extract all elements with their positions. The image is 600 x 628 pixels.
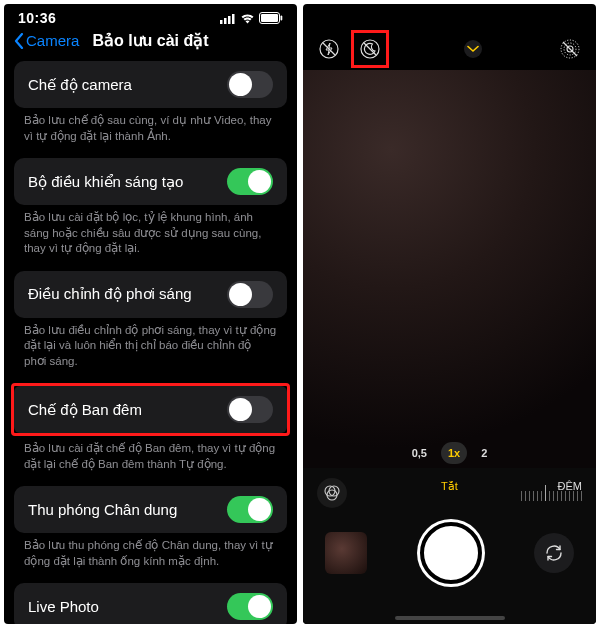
- toggle-night-mode[interactable]: [227, 396, 273, 423]
- svg-line-14: [563, 42, 577, 56]
- camera-bottom-tray: Tắt ĐÊM: [303, 468, 596, 624]
- setting-camera-mode[interactable]: Chế độ camera: [14, 61, 287, 108]
- back-label: Camera: [26, 32, 79, 49]
- row-desc: Bảo lưu thu phóng chế độ Chân dung, thay…: [4, 533, 297, 583]
- night-mode-button[interactable]: [356, 35, 384, 63]
- row-label: Chế độ camera: [28, 76, 132, 94]
- flash-off-icon: [319, 39, 339, 59]
- signal-icon: [220, 13, 236, 24]
- camera-controls: [303, 510, 596, 596]
- night-mode-off-icon: [360, 39, 380, 59]
- filter-icon: [323, 484, 341, 502]
- setting-night-mode[interactable]: Chế độ Ban đêm: [14, 386, 287, 433]
- svg-rect-1: [224, 18, 227, 24]
- camera-flip-icon: [543, 542, 565, 564]
- row-desc: Bảo lưu cài đặt chế độ Ban đêm, thay vì …: [4, 436, 297, 486]
- battery-icon: [259, 12, 283, 24]
- svg-rect-2: [228, 16, 231, 24]
- toggle-portrait-zoom[interactable]: [227, 496, 273, 523]
- setting-live-photo[interactable]: Live Photo: [14, 583, 287, 624]
- flash-button[interactable]: [315, 35, 343, 63]
- shutter-button[interactable]: [420, 522, 482, 584]
- setting-portrait-zoom[interactable]: Thu phóng Chân dung: [14, 486, 287, 533]
- zoom-level[interactable]: 0,5: [412, 447, 427, 459]
- zoom-controls: 0,5 1x 2: [303, 442, 596, 464]
- svg-rect-3: [232, 14, 235, 24]
- toggle-camera-mode[interactable]: [227, 71, 273, 98]
- svg-rect-0: [220, 20, 223, 24]
- zoom-level[interactable]: 2: [481, 447, 487, 459]
- setting-creative-controls[interactable]: Bộ điều khiển sáng tạo: [14, 158, 287, 205]
- highlight-night-mode: Chế độ Ban đêm: [11, 383, 290, 436]
- toggle-live-photo[interactable]: [227, 593, 273, 620]
- mode-label-center: Tắt: [441, 480, 458, 493]
- live-photo-button[interactable]: [556, 35, 584, 63]
- row-label: Thu phóng Chân dung: [28, 501, 177, 518]
- highlight-night-button: [351, 30, 389, 68]
- nav-bar: Camera Bảo lưu cài đặt: [4, 28, 297, 61]
- camera-screen: 0,5 1x 2 Tắt ĐÊM: [303, 4, 596, 624]
- row-label: Live Photo: [28, 598, 99, 615]
- chevron-left-icon: [14, 33, 24, 49]
- setting-exposure[interactable]: Điều chỉnh độ phơi sáng: [14, 271, 287, 318]
- settings-list: Chế độ camera Bảo lưu chế độ sau cùng, v…: [4, 61, 297, 624]
- row-label: Bộ điều khiển sáng tạo: [28, 173, 183, 191]
- svg-rect-5: [261, 14, 278, 22]
- wifi-icon: [240, 13, 255, 24]
- page-title: Bảo lưu cài đặt: [92, 31, 208, 50]
- row-label: Chế độ Ban đêm: [28, 401, 142, 419]
- toggle-creative-controls[interactable]: [227, 168, 273, 195]
- exposure-tray: Tắt ĐÊM: [303, 468, 596, 510]
- gallery-thumbnail[interactable]: [325, 532, 367, 574]
- row-desc: Bảo lưu điều chỉnh độ phơi sáng, thay vì…: [4, 318, 297, 384]
- camera-flip-button[interactable]: [534, 533, 574, 573]
- home-indicator[interactable]: [395, 616, 505, 620]
- filter-button[interactable]: [317, 478, 347, 508]
- row-label: Điều chỉnh độ phơi sáng: [28, 285, 192, 303]
- back-button[interactable]: Camera: [14, 32, 79, 49]
- status-time: 10:36: [18, 10, 56, 26]
- row-desc: Bảo lưu chế độ sau cùng, ví dụ như Video…: [4, 108, 297, 158]
- camera-top-bar: [303, 4, 596, 78]
- mode-label-right: ĐÊM: [558, 480, 582, 492]
- chevron-down-icon: [467, 45, 479, 53]
- status-indicators: [220, 12, 283, 24]
- camera-options-toggle[interactable]: [464, 40, 482, 58]
- svg-rect-6: [281, 16, 283, 21]
- toggle-exposure[interactable]: [227, 281, 273, 308]
- zoom-level-active[interactable]: 1x: [441, 442, 467, 464]
- settings-screen: 10:36 Camera Bảo lưu cài đặt Chế độ came…: [4, 4, 297, 624]
- row-desc: Bảo lưu cài đặt bộ lọc, tỷ lệ khung hình…: [4, 205, 297, 271]
- live-photo-off-icon: [560, 39, 580, 59]
- camera-viewfinder[interactable]: [303, 70, 596, 468]
- status-bar: 10:36: [4, 4, 297, 28]
